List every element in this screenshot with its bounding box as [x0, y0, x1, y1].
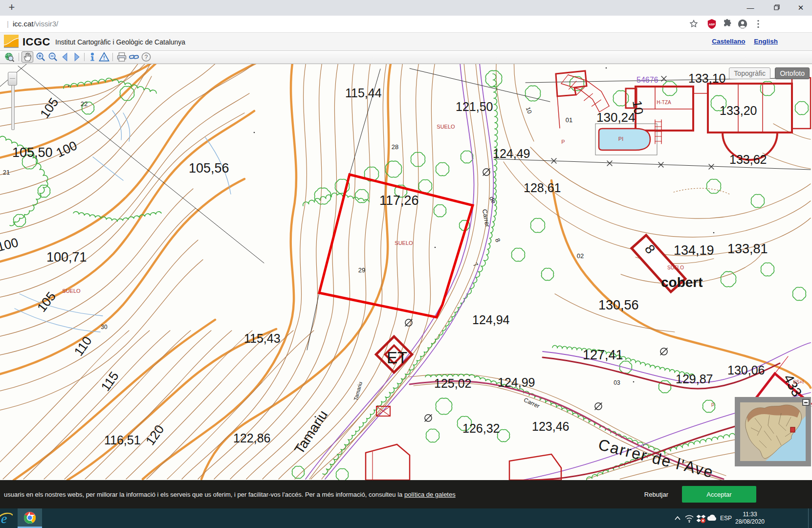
bookmark-star-icon[interactable] — [688, 19, 699, 29]
map-canvas[interactable]: 105,501051002221105,56100,71100105110115… — [0, 64, 812, 480]
toolbar-separator — [19, 53, 19, 61]
chrome-icon — [23, 511, 36, 524]
profile-avatar-icon[interactable] — [737, 19, 748, 29]
dropbox-error-icon[interactable] — [695, 508, 707, 528]
map-viewport[interactable]: 105,501051002221105,56100,71100105110115… — [0, 64, 812, 480]
map-label: 115,44 — [345, 86, 382, 100]
wifi-icon[interactable] — [683, 508, 695, 528]
overview-zoom-icon[interactable] — [4, 52, 15, 62]
language-switcher: Castellano English — [705, 38, 778, 45]
next-view-icon[interactable] — [71, 52, 82, 62]
map-label: p — [711, 401, 714, 407]
accept-cookies-button[interactable]: Acceptar — [682, 486, 756, 503]
windows-taskbar: e ESP 11:33 28/08/2020 — [0, 508, 812, 528]
map-label: 01 — [566, 116, 572, 124]
cookie-message: usuaris en els nostres webs, per millora… — [4, 491, 456, 498]
map-label: 125,02 — [434, 376, 471, 390]
previous-view-icon[interactable] — [60, 52, 70, 62]
map-label: 130,24 — [596, 110, 636, 125]
overview-minimap[interactable] — [735, 397, 811, 466]
app-title: ICGC — [22, 36, 50, 48]
map-label: 134,19 — [674, 243, 714, 258]
taskbar-clock[interactable]: 11:33 28/08/2020 — [734, 508, 766, 528]
lang-english-link[interactable]: English — [754, 38, 778, 45]
map-label: SUELO — [667, 265, 684, 270]
cookie-banner: usuaris en els nostres webs, per millora… — [0, 480, 812, 508]
zoom-slider-handle[interactable] — [8, 72, 17, 86]
map-label: 130,06 — [727, 363, 765, 377]
map-label: 117,26 — [379, 193, 419, 208]
layer-switcher: Topogràfic Ortofoto — [726, 67, 810, 79]
svg-text:?: ? — [145, 54, 148, 61]
map-label: H-TZA — [657, 100, 671, 105]
window-restore-button[interactable] — [766, 0, 788, 15]
map-label: cobert — [661, 275, 703, 290]
tray-expand-chevron[interactable] — [672, 508, 683, 528]
map-label: 129,87 — [676, 372, 713, 386]
map-label: 10 — [630, 99, 646, 115]
pan-tool-button[interactable] — [22, 51, 33, 63]
map-label: 127,41 — [583, 348, 623, 362]
toolbar-separator — [84, 53, 85, 61]
map-label: 54676 — [636, 76, 658, 84]
warning-icon[interactable]: ! — [99, 52, 110, 62]
map-label: SS+I — [793, 379, 804, 385]
map-label: 28 — [392, 143, 398, 151]
zoom-out-icon[interactable] — [47, 52, 58, 62]
minimap-minimize-button[interactable] — [802, 399, 810, 406]
url-host: icc.cat — [13, 20, 34, 28]
zoom-slider[interactable] — [8, 70, 17, 131]
cookie-policy-link[interactable]: política de galetes — [404, 491, 456, 498]
map-label: SUELO — [395, 240, 413, 246]
print-icon[interactable] — [116, 52, 127, 62]
minimap-location-marker — [790, 427, 795, 432]
map-toolbar: ! ? — [0, 51, 812, 64]
map-label: 128,61 — [524, 181, 561, 195]
map-label: 116,51 — [104, 433, 141, 447]
text-caret: | — [7, 20, 9, 28]
onedrive-cloud-icon[interactable] — [706, 508, 719, 528]
permalink-icon[interactable] — [129, 52, 139, 62]
map-label: 133,20 — [720, 104, 757, 117]
map-label: 03 — [614, 379, 620, 386]
toolbar-separator — [112, 53, 113, 61]
map-label: 133,10 — [688, 71, 725, 85]
icgc-logo — [4, 35, 19, 48]
keyboard-language-indicator[interactable]: ESP — [719, 508, 733, 528]
clock-time: 11:33 — [734, 511, 766, 518]
window-close-button[interactable]: ✕ — [790, 0, 812, 15]
window-minimize-button[interactable]: — — [739, 0, 762, 15]
adblock-extension-icon[interactable]: ABP — [706, 19, 717, 29]
map-label: SUELO — [437, 124, 455, 130]
layer-button-ortofoto[interactable]: Ortofoto — [775, 67, 810, 79]
url-path: /vissir3/ — [33, 20, 58, 28]
cookie-message-text: usuaris en els nostres webs, per millora… — [4, 491, 404, 498]
reject-cookies-button[interactable]: Rebutjar — [639, 487, 673, 502]
clock-date: 28/08/2020 — [734, 518, 766, 526]
identify-info-icon[interactable] — [87, 52, 98, 62]
show-desktop-strip[interactable] — [808, 508, 812, 528]
map-label: 29 — [358, 266, 365, 274]
lang-castellano-link[interactable]: Castellano — [712, 38, 745, 45]
map-label: ET — [387, 349, 407, 367]
zoom-in-icon[interactable] — [35, 52, 46, 62]
chrome-taskbar-button[interactable] — [18, 508, 42, 528]
minimap-catalonia — [740, 402, 806, 461]
map-label: 22 — [81, 100, 88, 108]
new-tab-button[interactable]: + — [6, 2, 18, 14]
layer-button-topografic[interactable]: Topogràfic — [729, 67, 770, 79]
desktop: + — ✕ |icc.cat/vissir3/ ABP ICGC Institu… — [0, 0, 812, 528]
url-field[interactable]: |icc.cat/vissir3/ — [7, 19, 58, 29]
extensions-puzzle-icon[interactable] — [722, 19, 733, 29]
map-label: P — [561, 139, 565, 145]
browser-menu-kebab-icon[interactable] — [753, 19, 764, 29]
map-label: 02 — [577, 252, 584, 260]
help-icon[interactable]: ? — [141, 52, 152, 62]
browser-tabstrip: + — ✕ — [0, 0, 812, 16]
map-label: 21 — [3, 169, 10, 176]
app-subtitle: Institut Cartogràfic i Geològic de Catal… — [55, 38, 185, 46]
svg-text:ABP: ABP — [709, 23, 715, 26]
map-label: 30 — [101, 324, 108, 330]
app-header: ICGC Institut Cartogràfic i Geològic de … — [0, 33, 812, 51]
internet-explorer-icon[interactable]: e — [0, 510, 13, 526]
